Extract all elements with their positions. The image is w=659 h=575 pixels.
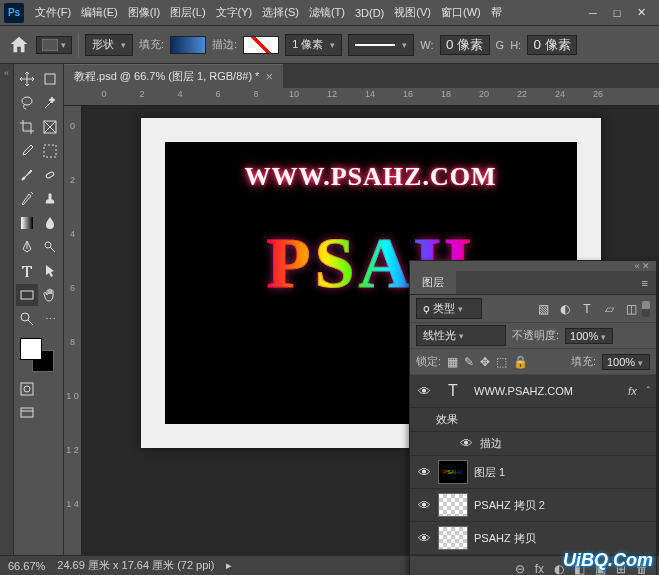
filter-smart-icon[interactable]: ◫	[624, 302, 638, 316]
quick-mask-toggle[interactable]	[16, 378, 38, 400]
svg-rect-8	[21, 291, 33, 299]
visibility-toggle[interactable]: 👁	[458, 436, 474, 451]
minimize-button[interactable]: ─	[587, 7, 599, 19]
artboard-tool[interactable]	[40, 68, 62, 90]
svg-rect-4	[44, 145, 56, 157]
menu-edit[interactable]: 编辑(E)	[76, 5, 123, 20]
lock-pixels-icon[interactable]: ✎	[464, 355, 474, 369]
edit-toolbar[interactable]: ⋯	[40, 308, 62, 330]
filter-pixel-icon[interactable]: ▧	[536, 302, 550, 316]
close-button[interactable]: ✕	[635, 7, 647, 19]
pen-tool[interactable]	[16, 236, 38, 258]
gradient-tool[interactable]	[16, 212, 38, 234]
rectangle-tool[interactable]	[16, 284, 38, 306]
clone-stamp-tool[interactable]	[40, 188, 62, 210]
lock-artboard-icon[interactable]: ⬚	[496, 355, 507, 369]
menu-view[interactable]: 视图(V)	[389, 5, 436, 20]
menu-select[interactable]: 选择(S)	[257, 5, 304, 20]
visibility-toggle[interactable]: 👁	[416, 384, 432, 399]
menu-file[interactable]: 文件(F)	[30, 5, 76, 20]
layers-panel[interactable]: « ✕ 图层 ≡ ϙ 类型 ▧ ◐ T ▱ ◫ 线性光 不透明度: 100% 锁…	[409, 260, 657, 575]
stroke-color-picker[interactable]	[243, 36, 279, 54]
menu-layer[interactable]: 图层(L)	[165, 5, 210, 20]
foreground-color[interactable]	[20, 338, 42, 360]
dodge-tool[interactable]	[40, 236, 62, 258]
fx-badge[interactable]: fx	[628, 385, 637, 397]
eyedropper-tool[interactable]	[16, 140, 38, 162]
path-select-tool[interactable]	[40, 260, 62, 282]
link-wh-icon[interactable]: G	[496, 39, 505, 51]
fx-collapse-icon[interactable]: ˆ	[647, 386, 650, 397]
layers-tab[interactable]: 图层	[410, 271, 456, 294]
lock-all-icon[interactable]: 🔒	[513, 355, 528, 369]
layer-thumbnail[interactable]: PSAHZ	[438, 460, 468, 484]
layer-name-label: WWW.PSAHZ.COM	[474, 385, 622, 397]
visibility-toggle[interactable]: 👁	[416, 531, 432, 546]
menu-3d[interactable]: 3D(D)	[350, 7, 389, 19]
fill-opacity-input[interactable]: 100%	[602, 354, 650, 370]
panel-menu-icon[interactable]: ≡	[634, 277, 656, 289]
menu-image[interactable]: 图像(I)	[123, 5, 165, 20]
filter-type-icon[interactable]: T	[580, 302, 594, 316]
menu-filter[interactable]: 滤镜(T)	[304, 5, 350, 20]
document-info[interactable]: 24.69 厘米 x 17.64 厘米 (72 ppi)	[57, 558, 214, 573]
blur-tool[interactable]	[40, 212, 62, 234]
width-input[interactable]	[440, 35, 490, 55]
layer-thumbnail[interactable]: T	[438, 379, 468, 403]
layer-row[interactable]: 效果	[410, 408, 656, 432]
layer-row[interactable]: 👁PSAHZ 拷贝 2	[410, 489, 656, 522]
move-tool[interactable]	[16, 68, 38, 90]
layer-filter-kind[interactable]: ϙ 类型	[416, 298, 482, 319]
zoom-level[interactable]: 66.67%	[8, 560, 45, 572]
visibility-toggle[interactable]: 👁	[416, 498, 432, 513]
filter-shape-icon[interactable]: ▱	[602, 302, 616, 316]
ruler-horizontal[interactable]: 02468101214161820222426	[64, 88, 659, 106]
stroke-width-value: 1 像素	[292, 37, 323, 52]
layer-thumbnail[interactable]	[438, 493, 468, 517]
layer-thumbnail[interactable]	[438, 526, 468, 550]
crop-tool[interactable]	[16, 116, 38, 138]
screen-mode-toggle[interactable]	[16, 402, 38, 424]
layer-row[interactable]: 👁PSAHZ图层 1	[410, 456, 656, 489]
document-tab[interactable]: 教程.psd @ 66.7% (图层 1, RGB/8#) * ×	[64, 64, 283, 88]
info-chevron-icon[interactable]: ▸	[226, 559, 232, 572]
home-icon[interactable]	[8, 34, 30, 56]
color-swatches[interactable]	[20, 338, 54, 372]
lock-position-icon[interactable]: ✥	[480, 355, 490, 369]
lock-label: 锁定:	[416, 354, 441, 369]
menu-help[interactable]: 帮	[486, 5, 507, 20]
healing-tool[interactable]	[40, 164, 62, 186]
zoom-tool[interactable]	[16, 308, 38, 330]
tool-preset-picker[interactable]	[36, 36, 72, 54]
filter-adjust-icon[interactable]: ◐	[558, 302, 572, 316]
height-input[interactable]	[527, 35, 577, 55]
lock-transparency-icon[interactable]: ▦	[447, 355, 458, 369]
type-tool[interactable]	[16, 260, 38, 282]
visibility-toggle[interactable]: 👁	[416, 465, 432, 480]
filter-toggle[interactable]	[642, 301, 650, 317]
marquee-tool[interactable]	[40, 140, 62, 162]
magic-wand-tool[interactable]	[40, 92, 62, 114]
menu-type[interactable]: 文字(Y)	[211, 5, 258, 20]
maximize-button[interactable]: □	[611, 7, 623, 19]
hand-tool[interactable]	[40, 284, 62, 306]
link-layers-icon[interactable]: ⊖	[515, 562, 525, 576]
blend-mode-select[interactable]: 线性光	[416, 325, 506, 346]
stroke-style-select[interactable]	[348, 34, 414, 56]
collapse-handle-left[interactable]: «	[0, 64, 14, 555]
ruler-vertical[interactable]: 024681 01 21 41 6	[64, 106, 82, 555]
layer-row[interactable]: 👁描边	[410, 432, 656, 456]
layer-fx-icon[interactable]: fx	[535, 562, 544, 576]
brush-tool[interactable]	[16, 164, 38, 186]
layer-row[interactable]: 👁TWWW.PSAHZ.COMfxˆ	[410, 375, 656, 408]
menu-window[interactable]: 窗口(W)	[436, 5, 486, 20]
close-tab-icon[interactable]: ×	[265, 69, 273, 84]
lasso-tool[interactable]	[16, 92, 38, 114]
fill-color-picker[interactable]	[170, 36, 206, 54]
history-brush-tool[interactable]	[16, 188, 38, 210]
stroke-width-input[interactable]: 1 像素	[285, 34, 342, 56]
panel-collapse-handle[interactable]: « ✕	[410, 261, 656, 271]
shape-mode-select[interactable]: 形状	[85, 34, 133, 56]
opacity-input[interactable]: 100%	[565, 328, 613, 344]
frame-tool[interactable]	[40, 116, 62, 138]
